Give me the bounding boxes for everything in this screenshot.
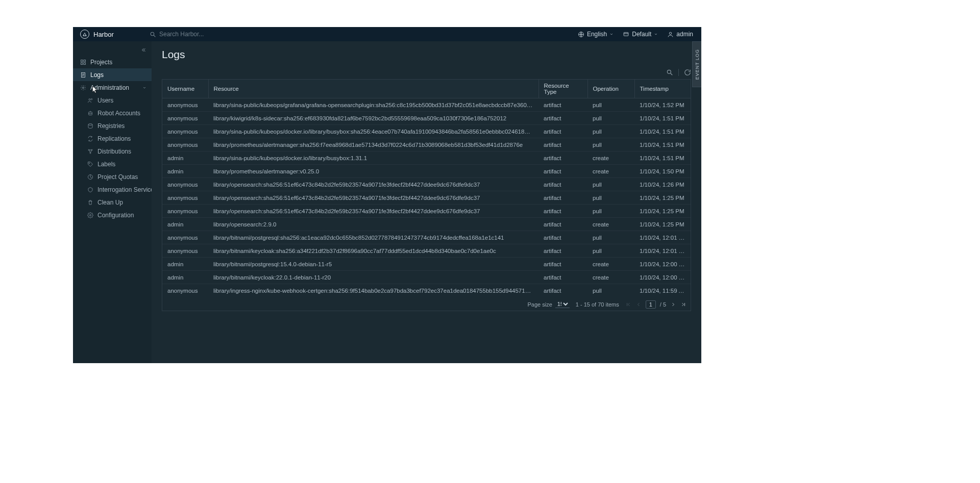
sidebar-item-registries[interactable]: Registries [73,119,152,132]
sidebar-item-users[interactable]: Users [73,94,152,107]
cell-resource-type: artifact [538,98,587,112]
cell-timestamp: 1/10/24, 1:50 PM [634,165,691,178]
sidebar-item-administration[interactable]: Administration [73,81,152,94]
table-row[interactable]: adminlibrary/sina-public/kubeops/docker.… [162,151,691,165]
search-icon[interactable] [666,69,673,76]
cell-timestamp: 1/10/24, 12:00 PM [634,271,691,284]
sidebar-item-distributions[interactable]: Distributions [73,145,152,158]
col-header-operation[interactable]: Operation [587,80,634,98]
table-row[interactable]: anonymouslibrary/sina-public/kubeops/gra… [162,98,691,112]
logs-icon [80,72,86,78]
cell-username: anonymous [162,191,208,205]
chevron-down-icon [654,32,658,36]
table-row[interactable]: anonymouslibrary/prometheus/alertmanager… [162,138,691,151]
user-menu[interactable]: admin [667,31,693,38]
event-log-tab[interactable]: EVENT LOG [692,41,701,87]
col-header-resource[interactable]: Resource [208,80,538,98]
cell-username: anonymous [162,178,208,191]
distributions-icon [87,148,93,155]
cell-operation: pull [587,244,634,258]
harbor-logo-icon [80,30,89,39]
sidebar-item-cleanup[interactable]: Clean Up [73,196,152,209]
table-row[interactable]: anonymouslibrary/opensearch:sha256:51ef6… [162,178,691,191]
sidebar-item-interrogation[interactable]: Interrogation Services [73,183,152,196]
cell-timestamp: 1/10/24, 12:01 PM [634,231,691,244]
global-search[interactable] [150,31,251,38]
cell-operation: pull [587,138,634,151]
table-row[interactable]: anonymouslibrary/kiwigrid/k8s-sidecar:sh… [162,112,691,125]
sidebar-item-projects[interactable]: Projects [73,56,152,68]
cell-operation: pull [587,205,634,218]
svg-point-27 [90,214,91,216]
table-row[interactable]: anonymouslibrary/opensearch:sha256:51ef6… [162,191,691,205]
header: Harbor English Default [73,27,701,41]
administration-icon [80,85,86,91]
cell-username: anonymous [162,284,208,297]
sidebar-item-project-quotas[interactable]: Project Quotas [73,170,152,183]
table-row[interactable]: anonymouslibrary/bitnami/postgresql:sha2… [162,231,691,244]
table-row[interactable]: anonymouslibrary/ingress-nginx/kube-webh… [162,284,691,297]
svg-point-24 [90,152,91,154]
cell-operation: create [587,151,634,165]
sidebar-label: Robot Accounts [97,110,140,117]
interrogation-icon [87,187,93,193]
prev-page-button[interactable] [635,301,642,308]
cell-resource: library/bitnami/keycloak:sha256:a34f221d… [208,244,538,258]
sidebar-label: Administration [90,84,129,91]
theme-icon [623,31,629,38]
table-row[interactable]: anonymouslibrary/sina-public/kubeops/doc… [162,125,691,138]
sidebar-label: Labels [97,161,115,168]
svg-rect-3 [624,32,628,36]
svg-line-29 [671,73,673,75]
table-row[interactable]: adminlibrary/opensearch:2.9.0artifactcre… [162,218,691,231]
sidebar-item-configuration[interactable]: Configuration [73,209,152,221]
sidebar-label: Registries [97,122,125,130]
next-page-button[interactable] [670,301,676,308]
language-label: English [587,31,607,38]
svg-point-16 [91,98,92,100]
cell-resource: library/prometheus/alertmanager:sha256:f… [208,138,538,151]
search-icon [150,31,156,38]
cell-resource: library/opensearch:sha256:51ef6c473c84b2… [208,178,538,191]
col-header-username[interactable]: Username [162,80,208,98]
table-row[interactable]: anonymouslibrary/bitnami/keycloak:sha256… [162,244,691,258]
projects-icon [80,59,86,65]
divider [678,69,679,76]
sidebar-item-logs[interactable]: Logs [73,68,152,81]
cell-username: anonymous [162,205,208,218]
sidebar-item-robot-accounts[interactable]: Robot Accounts [73,107,152,119]
col-header-resource-type[interactable]: Resource Type [538,80,587,98]
language-selector[interactable]: English [578,31,614,38]
robot-icon [87,110,93,116]
sidebar-label: Clean Up [97,199,123,206]
sidebar-collapse-icon[interactable] [140,47,146,53]
sidebar-label: Project Quotas [97,173,138,181]
sidebar-item-replications[interactable]: Replications [73,132,152,145]
cell-resource-type: artifact [538,205,587,218]
cell-username: admin [162,218,208,231]
cell-operation: create [587,218,634,231]
table-row[interactable]: anonymouslibrary/opensearch:sha256:51ef6… [162,205,691,218]
first-page-button[interactable] [625,301,631,308]
refresh-icon[interactable] [684,69,691,76]
svg-line-1 [154,35,155,37]
brand[interactable]: Harbor [73,30,150,39]
sidebar-item-labels[interactable]: Labels [73,158,152,170]
cell-operation: create [587,271,634,284]
table-row[interactable]: adminlibrary/bitnami/postgresql:15.4.0-d… [162,258,691,271]
page-size-select[interactable]: 15 [555,300,570,308]
cell-timestamp: 1/10/24, 1:51 PM [634,125,691,138]
table-header-row: Username Resource Resource Type Operatio… [162,80,691,98]
theme-selector[interactable]: Default [623,31,658,38]
search-input[interactable] [159,31,251,38]
table-row[interactable]: adminlibrary/prometheus/alertmanager:v0.… [162,165,691,178]
col-header-timestamp[interactable]: Timestamp [634,80,691,98]
current-page-input[interactable] [646,300,656,309]
cell-resource: library/opensearch:sha256:51ef6c473c84b2… [208,191,538,205]
cell-resource-type: artifact [538,284,587,297]
cell-username: admin [162,151,208,165]
sidebar-label: Logs [90,71,104,79]
table-row[interactable]: adminlibrary/bitnami/keycloak:22.0.1-deb… [162,271,691,284]
last-page-button[interactable] [680,301,687,308]
svg-point-22 [88,149,89,150]
